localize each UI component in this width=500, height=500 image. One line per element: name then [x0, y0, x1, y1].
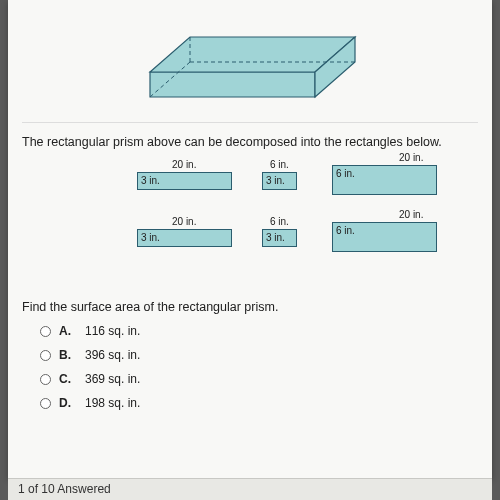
rect-6-height: 6 in.: [336, 225, 355, 236]
progress-footer: 1 of 10 Answered: [8, 478, 492, 500]
choice-letter: C.: [59, 372, 73, 386]
prism-figure: [22, 8, 478, 123]
choice-a[interactable]: A. 116 sq. in.: [40, 324, 478, 338]
rect-3: 6 in.: [332, 165, 437, 195]
choice-text: 369 sq. in.: [85, 372, 140, 386]
rect-1-height: 3 in.: [141, 175, 160, 186]
radio-icon[interactable]: [40, 350, 51, 361]
rect-5-height: 3 in.: [266, 232, 285, 243]
choice-letter: B.: [59, 348, 73, 362]
progress-text: 1 of 10 Answered: [18, 482, 111, 496]
decomposed-rectangles: 3 in. 20 in. 3 in. 6 in. 6 in. 20 in. 3 …: [22, 157, 478, 282]
radio-icon[interactable]: [40, 326, 51, 337]
choice-letter: A.: [59, 324, 73, 338]
choice-letter: D.: [59, 396, 73, 410]
intro-text: The rectangular prism above can be decom…: [22, 135, 478, 149]
rect-6-width: 20 in.: [399, 209, 423, 220]
rect-1: 3 in.: [137, 172, 232, 190]
choice-c[interactable]: C. 369 sq. in.: [40, 372, 478, 386]
radio-icon[interactable]: [40, 374, 51, 385]
rect-3-height: 6 in.: [336, 168, 355, 179]
rect-5: 3 in.: [262, 229, 297, 247]
rect-5-width: 6 in.: [270, 216, 289, 227]
rect-2-height: 3 in.: [266, 175, 285, 186]
choice-d[interactable]: D. 198 sq. in.: [40, 396, 478, 410]
rect-6: 6 in.: [332, 222, 437, 252]
rect-2: 3 in.: [262, 172, 297, 190]
answer-choices: A. 116 sq. in. B. 396 sq. in. C. 369 sq.…: [40, 324, 478, 410]
rect-4: 3 in.: [137, 229, 232, 247]
rect-2-width: 6 in.: [270, 159, 289, 170]
question-text: Find the surface area of the rectangular…: [22, 300, 478, 314]
rect-1-width: 20 in.: [172, 159, 196, 170]
prism-front-face: [150, 72, 315, 97]
rect-4-height: 3 in.: [141, 232, 160, 243]
rect-3-width: 20 in.: [399, 152, 423, 163]
prism-svg: [130, 12, 370, 112]
page-content: The rectangular prism above can be decom…: [8, 0, 492, 478]
choice-text: 116 sq. in.: [85, 324, 140, 338]
choice-text: 396 sq. in.: [85, 348, 140, 362]
choice-text: 198 sq. in.: [85, 396, 140, 410]
rect-4-width: 20 in.: [172, 216, 196, 227]
choice-b[interactable]: B. 396 sq. in.: [40, 348, 478, 362]
radio-icon[interactable]: [40, 398, 51, 409]
